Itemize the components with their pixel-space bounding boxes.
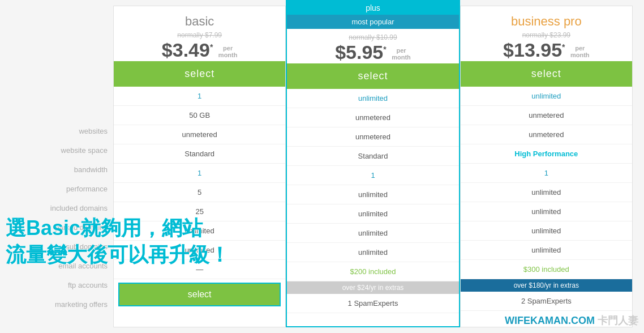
bpro-val-websites: unlimited bbox=[461, 87, 632, 106]
label-included-domains: included domains bbox=[11, 199, 113, 218]
plan-plus: plus most popular normally $10.99 $5.95*… bbox=[286, 0, 460, 327]
plan-bpro-normally: normally $23.99 bbox=[461, 31, 632, 39]
plan-bpro-name: business pro bbox=[461, 11, 632, 31]
basic-val-email: unlimited bbox=[114, 221, 285, 241]
plus-val-included-domains: 1 bbox=[287, 166, 458, 185]
label-websites: websites bbox=[11, 122, 113, 141]
plan-plus-price: $5.95* permonth bbox=[287, 41, 458, 63]
plan-basic-price: $3.49* permonth bbox=[114, 39, 285, 61]
bpro-extras-badge: over $180/yr in extras bbox=[461, 279, 632, 292]
plan-bpro-select-button[interactable]: select bbox=[461, 61, 632, 87]
plus-extras-badge: over $24/yr in extras bbox=[287, 281, 458, 294]
bpro-val-included-domains: 1 bbox=[461, 164, 632, 183]
plan-basic-normally: normally $7.99 bbox=[114, 31, 285, 39]
bpro-val-space: unmetered bbox=[461, 106, 632, 125]
feature-labels-column: websites website space bandwidth perform… bbox=[11, 40, 113, 327]
plan-plus-popular-badge: most popular bbox=[287, 15, 458, 29]
plus-val-bandwidth: unmetered bbox=[287, 127, 458, 147]
basic-val-bandwidth: unmetered bbox=[114, 125, 285, 144]
label-ftp-accounts: ftp accounts bbox=[11, 276, 113, 295]
plus-val-ftp: unlimited bbox=[287, 243, 458, 262]
plus-val-parked-domains: unlimited bbox=[287, 185, 458, 204]
plan-basic-bottom-select-button[interactable]: select bbox=[118, 283, 281, 306]
label-email-accounts: email accounts bbox=[11, 257, 113, 276]
label-parked-domains: parked domains bbox=[11, 218, 113, 237]
basic-val-space: 50 GB bbox=[114, 106, 285, 125]
plan-business-pro: business pro normally $23.99 $13.95* per… bbox=[460, 6, 633, 327]
bpro-val-performance: High Performance bbox=[461, 144, 632, 164]
label-performance: performance bbox=[11, 180, 113, 199]
plan-basic: basic normally $7.99 $3.49* permonth sel… bbox=[113, 6, 286, 327]
plan-plus-top-label: plus bbox=[287, 1, 458, 15]
bpro-val-spam: 2 SpamExperts bbox=[461, 292, 632, 311]
bpro-val-marketing: $300 included bbox=[461, 260, 632, 279]
plus-val-spam: 1 SpamExperts bbox=[287, 294, 458, 313]
label-website-space: website space bbox=[11, 141, 113, 160]
plus-val-websites: unlimited bbox=[287, 89, 458, 108]
plan-bpro-price: $13.95* permonth bbox=[461, 39, 632, 61]
plan-basic-select-button[interactable]: select bbox=[114, 61, 285, 87]
bpro-val-parked-domains: unlimited bbox=[461, 183, 632, 202]
plus-val-sub-domains: unlimited bbox=[287, 204, 458, 224]
label-bandwidth: bandwidth bbox=[11, 160, 113, 180]
basic-val-marketing: — bbox=[114, 260, 285, 279]
label-sub-domains: sub domains bbox=[11, 237, 113, 257]
basic-val-sub-domains: 25 bbox=[114, 202, 285, 221]
basic-val-websites: 1 bbox=[114, 87, 285, 106]
plan-basic-name: basic bbox=[114, 11, 285, 31]
plan-plus-normally: normally $10.99 bbox=[287, 33, 458, 41]
watermark: WIFEKAMAN.COM 卡門人妻 bbox=[505, 314, 638, 327]
basic-val-parked-domains: 5 bbox=[114, 183, 285, 202]
bpro-val-email: unlimited bbox=[461, 221, 632, 241]
bpro-val-ftp: unlimited bbox=[461, 241, 632, 260]
plus-val-space: unmetered bbox=[287, 108, 458, 127]
basic-val-ftp: unlimited bbox=[114, 241, 285, 260]
plus-val-marketing: $200 included bbox=[287, 262, 458, 281]
basic-val-included-domains: 1 bbox=[114, 164, 285, 183]
label-marketing-offers: marketing offers bbox=[11, 295, 113, 314]
plus-val-performance: Standard bbox=[287, 147, 458, 166]
basic-val-performance: Standard bbox=[114, 144, 285, 164]
bpro-val-bandwidth: unmetered bbox=[461, 125, 632, 144]
plan-plus-select-button[interactable]: select bbox=[287, 63, 458, 89]
bpro-val-sub-domains: unlimited bbox=[461, 202, 632, 221]
plus-val-email: unlimited bbox=[287, 224, 458, 243]
